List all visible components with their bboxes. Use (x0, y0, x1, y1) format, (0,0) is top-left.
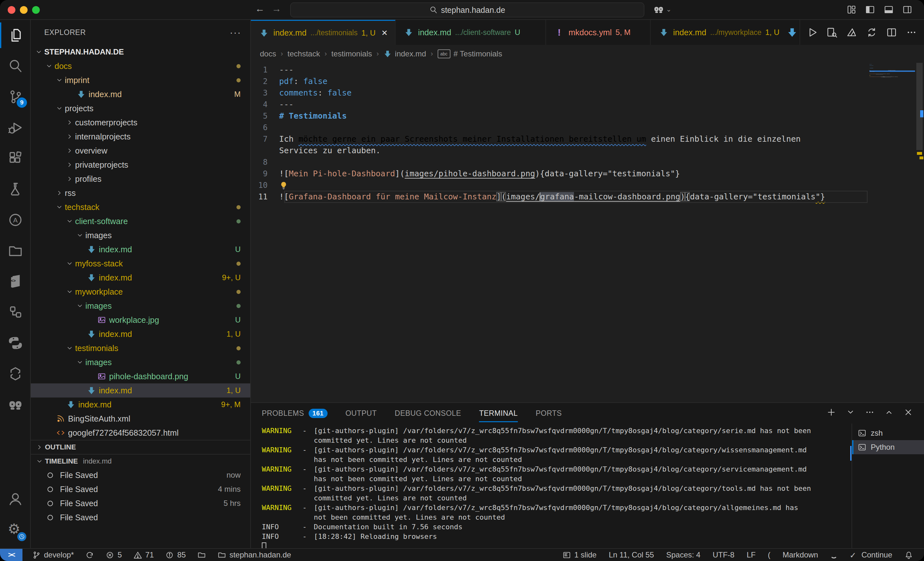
outline-section[interactable]: OUTLINE (31, 440, 250, 454)
tree-item-overview[interactable]: overview (31, 144, 250, 158)
timeline-item[interactable]: File Saved (31, 510, 250, 524)
panel-tab-terminal[interactable]: TERMINAL (479, 403, 518, 423)
breadcrumb-item[interactable]: index.md (383, 49, 426, 58)
explorer-more-icon[interactable]: ··· (230, 27, 241, 38)
tree-item-STEPHAN.HADAN.DE[interactable]: STEPHAN.HADAN.DE (31, 45, 250, 59)
status-folder2[interactable] (197, 549, 206, 561)
status--[interactable]: ( (768, 549, 770, 561)
close-icon[interactable]: ✕ (381, 28, 388, 37)
activity-item-beaker[interactable] (0, 174, 31, 205)
timeline-item[interactable]: File Saved now (31, 468, 250, 482)
terminal-output[interactable]: WARNING-[git-authors-plugin] /var/folder… (262, 426, 850, 548)
status-markdown[interactable]: Markdown (783, 549, 818, 561)
tree-item-index.md[interactable]: index.md9+, M (31, 398, 250, 411)
breadcrumb[interactable]: docs›techstack›testimonials›index.md›abc… (251, 45, 924, 63)
terminal-instance-zsh[interactable]: zsh (852, 426, 924, 440)
editor-scrollbar[interactable] (915, 63, 924, 402)
tree-item-docs[interactable]: docs (31, 59, 250, 73)
tree-item-myfoss-stack[interactable]: myfoss-stack (31, 256, 250, 271)
status-continue[interactable]: ✓Continue (850, 549, 892, 561)
activity-item-search[interactable] (0, 51, 31, 81)
panel-tab-problems[interactable]: PROBLEMS 161 (262, 403, 328, 423)
tree-item-pihole-dashboard.png[interactable]: pihole-dashboard.pngU (31, 369, 250, 383)
status-spaces-4[interactable]: Spaces: 4 (666, 549, 700, 561)
toggle-sidebar-icon[interactable] (865, 4, 875, 15)
tree-item-rss[interactable]: rss (31, 186, 250, 200)
activity-item-source-control[interactable]: 9 (0, 81, 31, 112)
tree-item-privateprojects[interactable]: privateprojects (31, 158, 250, 172)
activity-item-files[interactable] (0, 20, 31, 51)
activity-item-book-code[interactable]: <> (0, 266, 31, 297)
activity-item-python[interactable] (0, 328, 31, 358)
tree-item-workplace.jpg[interactable]: workplace.jpgU (31, 313, 250, 327)
toggle-secondary-sidebar-icon[interactable] (902, 4, 912, 15)
activity-item-gear[interactable]: ⚙ (0, 514, 31, 545)
tree-item-index.md[interactable]: index.md9+, U (31, 271, 250, 285)
more-h-icon[interactable] (865, 407, 874, 417)
split-editor-icon[interactable] (886, 27, 897, 38)
breadcrumb-item[interactable]: techstack (288, 49, 320, 58)
activity-item-extensions[interactable] (0, 143, 31, 174)
tree-item-images[interactable]: images (31, 299, 250, 313)
activity-item-copilot[interactable] (0, 389, 31, 420)
editor-tab-index.md[interactable]: index.md .../testimonials 1, U ✕ (251, 20, 396, 45)
remote-indicator[interactable]: >< (0, 549, 22, 561)
activity-item-org-chart[interactable] (0, 297, 31, 328)
status-85[interactable]: 85 (165, 549, 186, 561)
breadcrumb-item[interactable]: docs (260, 49, 276, 58)
tree-item-index.md[interactable]: index.mdU (31, 242, 250, 256)
chev-up-icon[interactable] (884, 407, 894, 417)
markdown-arrow-icon[interactable] (787, 27, 798, 38)
tree-item-internalprojects[interactable]: internalprojects (31, 130, 250, 144)
breadcrumb-item[interactable]: abc# Testimonials (438, 49, 502, 58)
minimap[interactable]: 1---2pdf: false3comments: false4---5# Te… (870, 63, 915, 172)
status-5[interactable]: 5 (105, 549, 122, 561)
close-window-button[interactable] (8, 6, 15, 14)
copilot-menu[interactable]: ⌄ (653, 4, 672, 15)
toggle-panel-icon[interactable] (884, 4, 894, 15)
zoom-window-button[interactable] (32, 6, 40, 14)
minimize-window-button[interactable] (20, 6, 28, 14)
marp-icon[interactable] (846, 27, 857, 38)
status-utf-8[interactable]: UTF-8 (712, 549, 734, 561)
timeline-item[interactable]: File Saved 5 hrs (31, 496, 250, 510)
chev-down-icon[interactable] (846, 407, 855, 417)
plus-icon[interactable] (826, 407, 836, 417)
customize-layout-icon[interactable] (846, 4, 856, 15)
lightbulb-icon[interactable] (279, 181, 288, 190)
command-center-search[interactable]: stephan.hadan.de (290, 3, 644, 17)
status-stephan-hadan-de[interactable]: stephan.hadan.de (218, 549, 291, 561)
panel-tab-ports[interactable]: PORTS (536, 403, 562, 423)
close-x-icon[interactable] (903, 407, 913, 417)
activity-item-hexagon[interactable] (0, 358, 31, 389)
status-lf[interactable]: LF (747, 549, 756, 561)
status-sync[interactable] (86, 549, 94, 561)
tree-item-client-software[interactable]: client-software (31, 214, 250, 228)
tree-item-techstack[interactable]: techstack (31, 200, 250, 214)
lightbulb-icon[interactable] (870, 75, 870, 76)
editor-tab-index.md[interactable]: index.md .../client-software U (396, 20, 546, 45)
breadcrumb-item[interactable]: testimonials (332, 49, 372, 58)
timeline-section[interactable]: TIMELINE index.md (31, 454, 250, 468)
code-editor[interactable]: 1---2pdf: false3comments: false4---5# Te… (251, 63, 924, 402)
status-71[interactable]: 71 (134, 549, 154, 561)
back-icon[interactable]: ← (255, 3, 265, 14)
preview-search-icon[interactable] (826, 27, 837, 38)
editor-tab-index.md[interactable]: index.md .../myworkplace 1, U (651, 20, 800, 45)
tree-item-myworkplace[interactable]: myworkplace (31, 285, 250, 299)
run-icon[interactable] (807, 27, 818, 38)
window-controls[interactable] (8, 6, 40, 14)
tree-item-googlef727264f56832057.html[interactable]: googlef727264f56832057.html (31, 426, 250, 440)
activity-item-circle-a[interactable]: A (0, 205, 31, 235)
sync-changes-icon[interactable] (866, 27, 877, 38)
activity-item-run-debug[interactable] (0, 112, 31, 143)
tree-item-profiles[interactable]: profiles (31, 172, 250, 186)
tree-item-BingSiteAuth.xml[interactable]: BingSiteAuth.xml (31, 411, 250, 426)
activity-item-account[interactable] (0, 483, 31, 514)
tree-item-images[interactable]: images (31, 355, 250, 369)
panel-tab-debug-console[interactable]: DEBUG CONSOLE (394, 403, 461, 423)
tree-item-index.md[interactable]: index.mdM (31, 87, 250, 101)
editor-tab-mkdocs.yml[interactable]: ! mkdocs.yml 5, M (546, 20, 651, 45)
activity-item-folder[interactable] (0, 235, 31, 266)
status-1-slide[interactable]: 1 slide (562, 549, 596, 561)
